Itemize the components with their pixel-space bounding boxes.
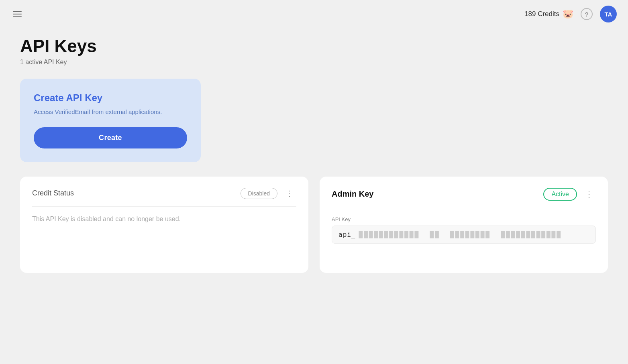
api-key-section: API Key api_ ████████████ ██ ████████ ██… — [332, 216, 596, 244]
api-key-prefix: api_ — [338, 231, 356, 238]
credits-label: 189 Credits — [524, 10, 559, 18]
credit-status-header-right: Disabled ⋮ — [241, 188, 296, 199]
credit-status-card-header: Credit Status Disabled ⋮ — [32, 188, 296, 207]
page-subtitle: 1 active API Key — [20, 59, 608, 66]
create-card-title: Create API Key — [34, 92, 187, 104]
api-key-masked: ████████████ ██ ████████ ████████████ — [359, 231, 562, 238]
credit-status-menu-button[interactable]: ⋮ — [283, 188, 296, 199]
api-key-label: API Key — [332, 216, 596, 222]
piggy-bank-icon: 🐷 — [563, 9, 573, 19]
question-mark-icon: ? — [585, 11, 588, 18]
create-api-key-button[interactable]: Create — [34, 127, 187, 148]
admin-key-title: Admin Key — [332, 189, 373, 199]
api-key-value: api_ ████████████ ██ ████████ ██████████… — [332, 226, 596, 244]
user-avatar[interactable]: TA — [600, 6, 617, 22]
admin-key-menu-button[interactable]: ⋮ — [583, 189, 596, 200]
credits-area: 189 Credits 🐷 — [524, 9, 573, 19]
admin-key-header-right: Active ⋮ — [543, 188, 596, 201]
credit-status-title: Credit Status — [32, 189, 74, 197]
api-cards-row: Credit Status Disabled ⋮ This API Key is… — [20, 177, 608, 273]
menu-button[interactable] — [11, 9, 23, 19]
create-card-description: Access VerifiedEmail from external appli… — [34, 108, 187, 117]
status-badge-disabled: Disabled — [241, 188, 277, 199]
header-right: 189 Credits 🐷 ? TA — [524, 6, 617, 22]
create-api-key-card: Create API Key Access VerifiedEmail from… — [20, 79, 201, 162]
credit-status-body: This API Key is disabled and can no long… — [32, 214, 296, 224]
admin-key-card: Admin Key Active ⋮ API Key api_ ████████… — [320, 177, 608, 273]
page-title: API Keys — [20, 36, 608, 56]
admin-key-card-header: Admin Key Active ⋮ — [332, 188, 596, 208]
status-badge-active: Active — [543, 188, 577, 201]
main-content: API Keys 1 active API Key Create API Key… — [0, 28, 628, 289]
header: 189 Credits 🐷 ? TA — [0, 0, 628, 28]
credit-status-card: Credit Status Disabled ⋮ This API Key is… — [20, 177, 308, 273]
help-button[interactable]: ? — [581, 8, 593, 20]
header-left — [11, 9, 23, 19]
